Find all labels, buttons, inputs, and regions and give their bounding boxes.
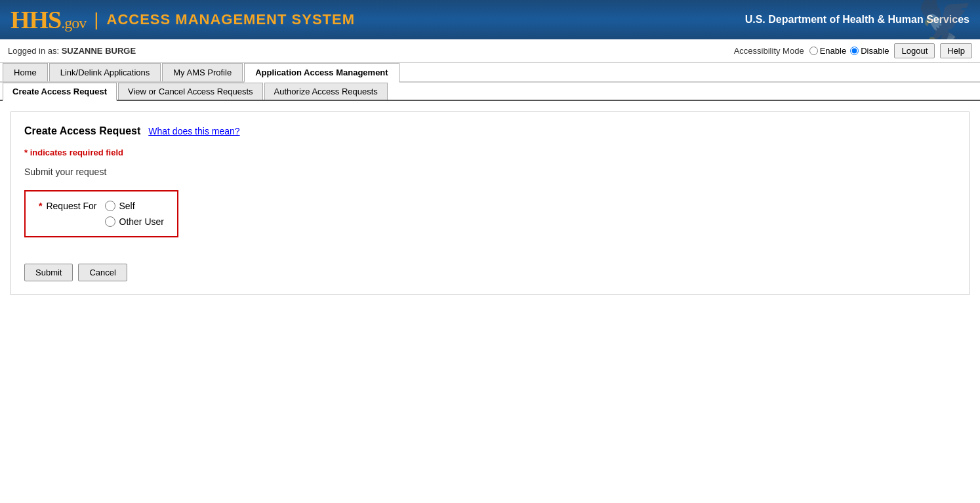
enable-text: Enable xyxy=(820,46,846,56)
gov-text: .gov xyxy=(61,14,86,31)
accessibility-radio-group[interactable]: Enable Disable xyxy=(809,46,889,56)
accessibility-bar: Accessibility Mode Enable Disable Logout… xyxy=(734,43,972,58)
other-user-radio[interactable] xyxy=(105,216,115,227)
self-label: Self xyxy=(119,201,135,211)
disable-radio[interactable] xyxy=(850,47,859,55)
other-user-option[interactable]: Other User xyxy=(105,216,164,227)
required-note: * indicates required field xyxy=(24,148,956,157)
tab-view-cancel[interactable]: View or Cancel Access Requests xyxy=(118,83,263,100)
request-for-options: Self Other User xyxy=(105,201,164,227)
form-title: Create Access Request xyxy=(24,125,140,137)
request-for-label: * Request For xyxy=(39,201,97,211)
form-actions: Submit Cancel xyxy=(24,264,956,281)
enable-label[interactable]: Enable xyxy=(809,46,846,56)
tab-authorize[interactable]: Authorize Access Requests xyxy=(264,83,388,100)
main-content: Create Access Request What does this mea… xyxy=(0,101,980,306)
logout-button[interactable]: Logout xyxy=(894,43,935,58)
cancel-button[interactable]: Cancel xyxy=(78,264,127,281)
enable-radio[interactable] xyxy=(809,47,818,55)
main-nav: Home Link/Delink Applications My AMS Pro… xyxy=(0,63,980,83)
form-container: Create Access Request What does this mea… xyxy=(10,111,970,295)
logged-in-info: Logged in as: SUZANNE BURGE xyxy=(8,46,136,56)
help-link[interactable]: What does this mean? xyxy=(148,126,239,136)
tab-link-delink[interactable]: Link/Delink Applications xyxy=(49,63,161,81)
system-title: ACCESS MANAGEMENT SYSTEM xyxy=(107,11,355,28)
eagle-watermark: 🦅 xyxy=(916,0,973,39)
self-radio[interactable] xyxy=(105,201,115,211)
username: SUZANNE BURGE xyxy=(62,46,136,56)
request-for-text: Request For xyxy=(46,201,96,211)
tab-create-access-request[interactable]: Create Access Request xyxy=(3,83,117,101)
self-option[interactable]: Self xyxy=(105,201,164,211)
logged-in-label: Logged in as: xyxy=(8,46,59,56)
other-user-label: Other User xyxy=(119,216,164,227)
tab-home[interactable]: Home xyxy=(3,63,48,81)
submit-your-request: Submit your request xyxy=(24,167,956,177)
header-divider: | xyxy=(94,9,98,30)
header-left: HHS.gov | ACCESS MANAGEMENT SYSTEM xyxy=(10,5,355,34)
hhs-logo: HHS.gov xyxy=(10,5,86,34)
request-for-row: * Request For Self Other User xyxy=(39,201,164,227)
accessibility-label: Accessibility Mode xyxy=(734,46,804,56)
required-star: * xyxy=(39,201,42,211)
request-for-box: * Request For Self Other User xyxy=(24,190,178,237)
disable-text: Disable xyxy=(861,46,889,56)
submit-button[interactable]: Submit xyxy=(24,264,73,281)
sub-nav: Create Access Request View or Cancel Acc… xyxy=(0,83,980,101)
tab-my-ams-profile[interactable]: My AMS Profile xyxy=(162,63,243,81)
hhs-text: HHS xyxy=(10,6,61,33)
help-button[interactable]: Help xyxy=(940,43,972,58)
topbar: Logged in as: SUZANNE BURGE Accessibilit… xyxy=(0,39,980,63)
tab-app-access-mgmt[interactable]: Application Access Management xyxy=(244,63,399,83)
disable-label[interactable]: Disable xyxy=(850,46,889,56)
form-title-row: Create Access Request What does this mea… xyxy=(24,125,956,137)
header: HHS.gov | ACCESS MANAGEMENT SYSTEM U.S. … xyxy=(0,0,980,39)
